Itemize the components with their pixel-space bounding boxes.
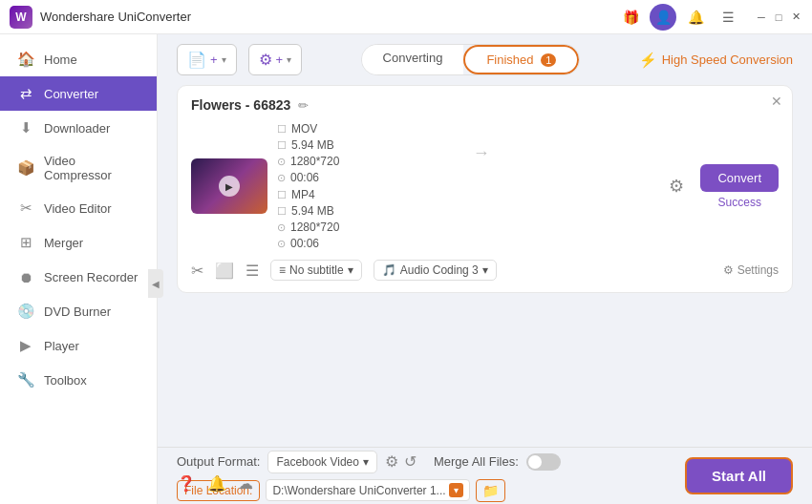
video-thumbnail[interactable]: ▶ xyxy=(191,158,267,214)
cut-icon[interactable]: ✂ xyxy=(191,262,203,280)
source-size-row: ☐ 5.94 MB xyxy=(277,138,465,152)
tab-converting[interactable]: Converting xyxy=(362,45,464,74)
card-title: Flowers - 66823 xyxy=(191,97,290,113)
recorder-icon: ⏺ xyxy=(17,268,34,285)
file-actions: ✂ ⬜ ☰ ≡ No subtitle ▾ 🎵 Audio Coding 3 ▾… xyxy=(191,260,779,281)
sidebar-label-editor: Video Editor xyxy=(44,201,112,216)
copy-icon[interactable]: ⬜ xyxy=(215,262,234,280)
settings-small-icon[interactable]: ⚙ xyxy=(385,452,398,471)
card-close-button[interactable]: ✕ xyxy=(771,94,782,109)
output-duration: 00:06 xyxy=(290,237,319,250)
add-file-plus: + xyxy=(210,52,218,67)
source-format: MOV xyxy=(291,122,317,136)
help-icon[interactable]: ❓ xyxy=(177,474,196,493)
minimize-button[interactable]: ─ xyxy=(755,10,768,24)
settings-col: ⚙ xyxy=(662,176,691,197)
merger-icon: ⊞ xyxy=(17,234,34,251)
refresh-icon[interactable]: ↺ xyxy=(404,452,417,471)
list-icon[interactable]: ☰ xyxy=(246,262,259,280)
output-size-row: ☐ 5.94 MB xyxy=(277,204,465,218)
sidebar-item-toolbox[interactable]: 🔧 Toolbox xyxy=(0,363,157,397)
source-format-row: ☐ MOV xyxy=(277,122,465,136)
out-res-icon: ⊙ xyxy=(277,221,286,234)
start-all-button[interactable]: Start All xyxy=(685,457,793,494)
sidebar-label-compressor: Video Compressor xyxy=(44,154,139,182)
file-card: ✕ Flowers - 66823 ✏ ▶ ☐ MOV ☐ xyxy=(177,85,793,293)
sidebar-item-merger[interactable]: ⊞ Merger xyxy=(0,225,157,260)
add-format-plus: + xyxy=(276,52,284,67)
path-dropdown-arrow[interactable]: ▾ xyxy=(449,483,463,497)
sidebar-label-converter: Converter xyxy=(44,87,98,101)
merge-toggle[interactable] xyxy=(526,453,561,471)
edit-icon[interactable]: ✏ xyxy=(298,98,309,113)
card-settings-icon[interactable]: ⚙ xyxy=(669,176,684,197)
folder-button[interactable]: 📁 xyxy=(476,479,505,502)
sidebar-item-dvd-burner[interactable]: 💿 DVD Burner xyxy=(0,294,157,328)
source-info: ☐ MOV ☐ 5.94 MB ⊙ 1280*720 ⊙ xyxy=(277,122,465,184)
gift-icon[interactable]: 🎁 xyxy=(617,4,644,31)
bell-icon[interactable]: 🔔 xyxy=(682,4,709,31)
player-icon: ▶ xyxy=(17,337,34,354)
convert-button[interactable]: Convert xyxy=(700,164,779,192)
output-size: 5.94 MB xyxy=(291,204,334,218)
close-button[interactable]: ✕ xyxy=(789,10,802,24)
user-avatar[interactable]: 👤 xyxy=(650,4,676,31)
settings-button[interactable]: ⚙ Settings xyxy=(723,263,779,277)
sidebar-wrapper: 🏠 Home ⇄ Converter ⬇ Downloader 📦 Video … xyxy=(0,34,158,504)
sidebar-item-screen-recorder[interactable]: ⏺ Screen Recorder xyxy=(0,260,157,294)
add-file-button[interactable]: 📄 + ▾ xyxy=(177,44,237,75)
subtitle-select[interactable]: ≡ No subtitle ▾ xyxy=(270,260,362,281)
card-header: Flowers - 66823 ✏ xyxy=(191,97,779,113)
out-size-icon: ☐ xyxy=(277,205,287,218)
tab-converting-label: Converting xyxy=(383,51,443,65)
high-speed-button[interactable]: ⚡ High Speed Conversion xyxy=(639,52,793,69)
sidebar-item-video-compressor[interactable]: 📦 Video Compressor xyxy=(0,145,157,191)
subtitle-icon: ≡ xyxy=(279,263,286,277)
dvd-icon: 💿 xyxy=(17,303,34,320)
source-resolution: 1280*720 xyxy=(290,155,339,168)
finished-badge: 1 xyxy=(541,53,556,67)
title-bar: W Wondershare UniConverter 🎁 👤 🔔 ☰ ─ □ ✕ xyxy=(0,0,812,34)
play-button[interactable]: ▶ xyxy=(219,176,240,197)
notification-icon[interactable]: 🔔 xyxy=(207,474,226,493)
audio-select[interactable]: 🎵 Audio Coding 3 ▾ xyxy=(374,260,497,281)
sidebar-item-downloader[interactable]: ⬇ Downloader xyxy=(0,111,157,145)
account-icon[interactable]: ☁ xyxy=(238,474,253,493)
format-value: Facebook Video xyxy=(276,455,359,469)
output-format: MP4 xyxy=(291,188,315,201)
window-controls: ─ □ ✕ xyxy=(755,10,802,24)
arrow-separator: → xyxy=(473,122,646,184)
top-bar: 📄 + ▾ ⚙ + ▾ Converting Finished 1 ⚡ xyxy=(158,34,812,85)
output-format-row: ☐ MP4 xyxy=(277,188,465,201)
lightning-icon: ⚡ xyxy=(639,52,657,69)
title-bar-controls: 🎁 👤 🔔 ☰ ─ □ ✕ xyxy=(617,4,802,31)
sidebar-item-converter[interactable]: ⇄ Converter xyxy=(0,76,157,111)
sidebar-item-home[interactable]: 🏠 Home xyxy=(0,42,157,76)
out-format-icon: ☐ xyxy=(277,189,287,201)
format-select[interactable]: Facebook Video ▾ xyxy=(267,451,377,473)
editor-icon: ✂ xyxy=(17,200,34,217)
high-speed-label: High Speed Conversion xyxy=(662,52,793,67)
sidebar-label-home: Home xyxy=(44,52,77,67)
subtitle-arrow: ▾ xyxy=(348,263,353,277)
content-area: 📄 + ▾ ⚙ + ▾ Converting Finished 1 ⚡ xyxy=(158,34,812,504)
sidebar-item-video-editor[interactable]: ✂ Video Editor xyxy=(0,191,157,225)
tab-finished[interactable]: Finished 1 xyxy=(463,45,579,74)
bottom-icons: ⚙ ↺ xyxy=(385,452,417,471)
merge-label: Merge All Files: xyxy=(434,454,519,469)
add-format-button[interactable]: ⚙ + ▾ xyxy=(248,44,303,75)
card-body: ▶ ☐ MOV ☐ 5.94 MB ⊙ 12 xyxy=(191,122,779,250)
add-file-arrow: ▾ xyxy=(222,54,226,65)
file-path-display: D:\Wondershare UniConverter 1... ▾ xyxy=(266,479,469,501)
app-title: Wondershare UniConverter xyxy=(40,10,617,24)
sidebar-collapse-button[interactable]: ◀ xyxy=(148,269,163,298)
sidebar-item-player[interactable]: ▶ Player xyxy=(0,328,157,363)
menu-icon[interactable]: ☰ xyxy=(715,4,741,31)
maximize-button[interactable]: □ xyxy=(772,10,785,24)
downloader-icon: ⬇ xyxy=(17,119,34,136)
bottom-bar: Output Format: Facebook Video ▾ ⚙ ↺ Merg… xyxy=(158,447,812,504)
output-resolution-row: ⊙ 1280*720 xyxy=(277,220,465,234)
toggle-knob xyxy=(528,455,542,469)
audio-arrow: ▾ xyxy=(482,263,488,277)
main-layout: 🏠 Home ⇄ Converter ⬇ Downloader 📦 Video … xyxy=(0,34,812,504)
